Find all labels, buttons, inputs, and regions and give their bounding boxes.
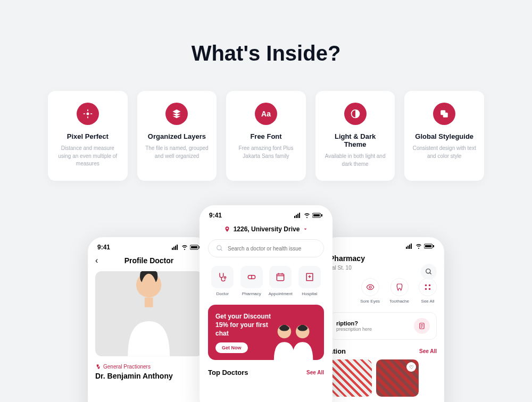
stethoscope-icon (95, 364, 101, 370)
calendar-icon (269, 266, 292, 288)
pin-icon (224, 226, 230, 232)
symptom-see-all[interactable]: See All (419, 278, 437, 304)
hero-title: What's Inside? (0, 0, 532, 65)
promo-text: Get your Discount 15% for your first cha… (215, 312, 274, 338)
prescription-title: ription? (336, 320, 372, 326)
svg-rect-5 (173, 247, 174, 250)
svg-rect-3 (443, 113, 448, 118)
svg-rect-21 (277, 274, 284, 281)
feature-card-pixel: Pixel Perfect Distance and measure using… (48, 91, 128, 181)
phone-pharmacy: Pharmacy yal St. 10 Sore Eyes Toothache … (322, 237, 444, 402)
feature-title: Light & Dark Theme (323, 132, 388, 148)
location-selector[interactable]: 1226, University Drive (208, 225, 324, 233)
svg-point-18 (217, 246, 221, 250)
svg-point-34 (425, 284, 427, 287)
feature-desc: Distance and measure using an even multi… (55, 145, 120, 168)
status-bar: 9:41 (88, 237, 210, 254)
svg-point-0 (86, 113, 89, 115)
back-button[interactable]: ‹ (95, 256, 98, 265)
search-icon (425, 268, 433, 275)
font-icon: Aa (255, 103, 277, 125)
search-bar[interactable] (208, 239, 324, 257)
favorite-button[interactable]: ♡ (406, 362, 416, 372)
category-hospital[interactable]: Hospital (295, 266, 325, 296)
feature-title: Global Styleguide (412, 132, 477, 140)
search-input[interactable] (228, 246, 316, 252)
feature-desc: Free amazing font Plus Jakarta Sans fami… (234, 145, 298, 160)
feature-title: Free Font (234, 132, 298, 140)
status-icons (172, 245, 201, 250)
phone-home: 9:41 1226, University Drive Doctor (200, 205, 332, 402)
battery-icon (190, 245, 201, 250)
svg-rect-27 (409, 245, 410, 249)
svg-rect-4 (172, 248, 173, 250)
svg-rect-16 (313, 214, 320, 216)
svg-point-33 (369, 286, 371, 288)
svg-rect-25 (406, 247, 407, 249)
category-row: Doctor Pharmacy Appointment Hospital (208, 266, 324, 296)
svg-point-19 (225, 277, 226, 278)
layers-icon (165, 103, 188, 125)
wifi-icon (181, 245, 188, 250)
symptom-sore-eyes[interactable]: Sore Eyes (360, 278, 380, 304)
pixel-perfect-icon (77, 103, 99, 125)
symptom-toothache[interactable]: Toothache (389, 278, 409, 304)
symptom-row: Sore Eyes Toothache See All (329, 278, 437, 304)
svg-rect-11 (294, 216, 295, 218)
product-card[interactable] (329, 359, 372, 397)
feature-card-theme: Light & Dark Theme Available in both lig… (315, 91, 395, 181)
svg-rect-28 (411, 244, 412, 249)
document-icon (414, 318, 430, 334)
see-all-link[interactable]: See All (306, 370, 324, 375)
svg-rect-17 (321, 214, 322, 216)
svg-point-32 (426, 269, 430, 273)
status-time: 9:41 (97, 244, 110, 251)
svg-rect-13 (297, 214, 298, 218)
category-pharmacy[interactable]: Pharmacy (237, 266, 267, 296)
feature-card-font: Aa Free Font Free amazing font Plus Jaka… (226, 91, 306, 181)
search-icon (216, 245, 223, 252)
prescription-upload-card[interactable]: ription? prescription here (329, 312, 437, 340)
svg-rect-7 (177, 245, 178, 250)
promo-cta-button[interactable]: Get Now (215, 342, 248, 353)
product-card[interactable]: ♡ (376, 359, 419, 397)
status-bar (322, 237, 444, 252)
svg-point-36 (425, 288, 427, 290)
grid-icon (419, 278, 437, 296)
search-button[interactable] (421, 264, 437, 280)
doctor-name: Dr. Benjamin Anthony (95, 372, 203, 380)
svg-rect-30 (425, 245, 431, 247)
specialty-badge: General Practioners (95, 364, 203, 370)
feature-desc: The file is named, grouped and well orga… (145, 145, 210, 160)
svg-point-35 (429, 284, 431, 287)
feature-desc: Consistent design with text and color st… (412, 145, 477, 160)
section-header: ation See All (329, 347, 437, 355)
product-row: ♡ (329, 359, 437, 397)
feature-row: Pixel Perfect Distance and measure using… (0, 91, 532, 181)
styleguide-icon (433, 103, 455, 125)
screen-title: Profile Doctor (124, 256, 174, 265)
hospital-icon (298, 266, 321, 288)
promo-banner[interactable]: Get your Discount 15% for your first cha… (208, 305, 324, 360)
status-icons (406, 244, 435, 249)
signal-icon (172, 245, 179, 250)
doctor-photo (95, 271, 203, 356)
see-all-link[interactable]: See All (419, 348, 437, 354)
eye-icon (361, 278, 379, 296)
status-bar: 9:41 (200, 205, 332, 222)
feature-card-styleguide: Global Styleguide Consistent design with… (404, 91, 484, 181)
feature-card-layers: Organized Layers The file is named, grou… (137, 91, 217, 181)
svg-rect-14 (299, 213, 300, 218)
section-title: Top Doctors (208, 368, 248, 376)
theme-icon (344, 103, 367, 125)
pill-icon (240, 266, 263, 288)
category-appointment[interactable]: Appointment (266, 266, 295, 296)
chevron-down-icon (303, 227, 308, 232)
category-doctor[interactable]: Doctor (208, 266, 237, 296)
svg-rect-12 (296, 215, 297, 218)
feature-title: Pixel Perfect (55, 132, 120, 140)
status-time: 9:41 (209, 212, 222, 219)
prescription-hint: prescription here (336, 326, 372, 332)
phone-profile-doctor: 9:41 ‹ Profile Doctor General Practioner… (88, 237, 210, 402)
promo-doctors-image (269, 316, 321, 360)
